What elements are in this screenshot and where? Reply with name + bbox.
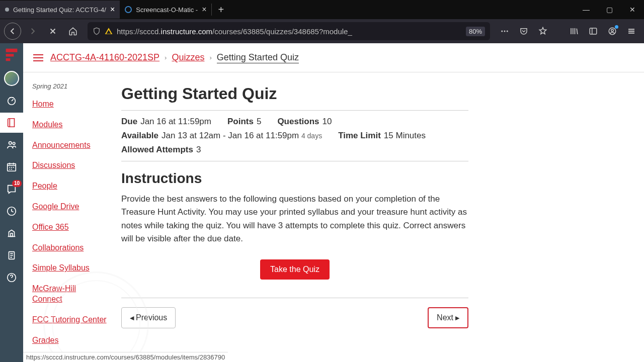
page-title: Getting Started Quiz (121, 84, 468, 103)
studio-nav[interactable] (0, 223, 23, 243)
nav-discussions[interactable]: Discussions (32, 160, 107, 171)
svg-point-1 (504, 31, 506, 32)
breadcrumb: ACCTG-4A-41160-2021SP › Quizzes › Gettin… (50, 52, 299, 63)
nav-collaborations[interactable]: Collaborations (32, 243, 107, 253)
tab-title: Getting Started Quiz: ACCTG-4/ (13, 6, 106, 14)
loading-icon (5, 8, 9, 12)
calendar-nav[interactable] (0, 157, 23, 177)
svg-rect-3 (590, 28, 597, 34)
account-nav[interactable] (0, 68, 23, 88)
svg-point-10 (9, 142, 12, 145)
meatball-menu-icon[interactable] (496, 23, 513, 40)
url-bar[interactable]: https://scccd.instructure.com/courses/63… (88, 22, 490, 40)
breadcrumb-current: Getting Started Quiz (217, 52, 299, 63)
svg-point-11 (13, 142, 15, 145)
nav-home[interactable]: Home (32, 99, 107, 110)
svg-rect-7 (6, 54, 14, 56)
sequence-nav: ◀Previous Next▶ (121, 298, 468, 328)
home-button[interactable] (64, 23, 82, 40)
maximize-button[interactable]: ▢ (598, 0, 621, 19)
forward-button[interactable] (24, 23, 41, 40)
term-label: Spring 2021 (32, 82, 107, 90)
institution-logo[interactable] (4, 47, 19, 62)
svg-point-5 (611, 29, 614, 32)
minimize-button[interactable]: — (575, 0, 598, 19)
warning-icon (105, 27, 113, 35)
status-bar: https://scccd.instructure.com/courses/63… (23, 352, 228, 362)
tab-bar: Getting Started Quiz: ACCTG-4/ × Screenc… (0, 0, 644, 19)
quiz-meta: DueJan 16 at 11:59pm Points5 Questions10… (121, 110, 468, 161)
svg-point-0 (501, 31, 503, 32)
help-nav[interactable] (0, 267, 23, 288)
body-row: Spring 2021 Home Modules Announcements D… (23, 72, 644, 362)
library-icon[interactable] (566, 23, 583, 40)
browser-tab[interactable]: Screencast-O-Matic - × (120, 1, 211, 19)
instructions-text: Provide the best answers to the followin… (121, 193, 468, 245)
next-button[interactable]: Next▶ (428, 307, 468, 328)
hamburger-icon[interactable] (33, 54, 43, 61)
chevron-right-icon: › (165, 54, 167, 61)
window-controls: — ▢ ✕ (575, 0, 644, 19)
course-nav: Spring 2021 Home Modules Announcements D… (23, 72, 116, 362)
zoom-badge[interactable]: 80% (466, 27, 485, 36)
breadcrumb-section[interactable]: Quizzes (172, 52, 204, 63)
canvas-app: 10 ACCTG-4A-41160-2021SP › Quizzes › Get… (0, 43, 644, 362)
inbox-badge: 10 (12, 180, 22, 187)
url-text: https://scccd.instructure.com/courses/63… (117, 27, 462, 36)
global-nav: 10 (0, 43, 23, 362)
menu-icon[interactable] (623, 23, 640, 40)
bookmark-star-icon[interactable] (534, 23, 551, 40)
avatar (4, 71, 19, 86)
top-bar: ACCTG-4A-41160-2021SP › Quizzes › Gettin… (23, 43, 644, 72)
chevron-right-icon: › (209, 54, 211, 61)
dashboard-nav[interactable] (0, 90, 23, 111)
nav-modules[interactable]: Modules (32, 120, 107, 130)
nav-bar: https://scccd.instructure.com/courses/63… (0, 19, 644, 43)
svg-rect-6 (6, 49, 18, 52)
back-button[interactable] (4, 23, 21, 40)
account-icon[interactable] (604, 23, 621, 40)
browser-tab-active[interactable]: Getting Started Quiz: ACCTG-4/ × (0, 1, 120, 19)
nav-office365[interactable]: Office 365 (32, 222, 107, 233)
new-tab-button[interactable]: + (212, 4, 230, 16)
nav-announcements[interactable]: Announcements (32, 140, 107, 151)
main-content: Getting Started Quiz DueJan 16 at 11:59p… (116, 72, 489, 362)
shield-icon (93, 27, 101, 35)
commons-nav[interactable] (0, 245, 23, 265)
triangle-right-icon: ▶ (455, 315, 459, 321)
tab-title: Screencast-O-Matic - (136, 6, 198, 14)
close-window-button[interactable]: ✕ (621, 0, 644, 19)
history-nav[interactable] (0, 201, 23, 221)
instructions-heading: Instructions (121, 170, 468, 187)
browser-chrome: Getting Started Quiz: ACCTG-4/ × Screenc… (0, 0, 644, 43)
pocket-icon[interactable] (515, 23, 532, 40)
svg-rect-14 (11, 233, 13, 236)
sidebar-icon[interactable] (585, 23, 602, 40)
close-icon[interactable]: × (110, 6, 115, 14)
groups-nav[interactable] (0, 135, 23, 155)
inbox-nav[interactable]: 10 (0, 179, 23, 199)
svg-rect-8 (6, 58, 11, 61)
stop-button[interactable] (44, 23, 61, 40)
courses-nav[interactable] (0, 113, 23, 133)
nav-google-drive[interactable]: Google Drive (32, 202, 107, 212)
close-icon[interactable]: × (202, 6, 206, 14)
nav-people[interactable]: People (32, 181, 107, 192)
svg-point-2 (507, 31, 508, 32)
favicon-icon (125, 6, 132, 13)
content-wrap: ACCTG-4A-41160-2021SP › Quizzes › Gettin… (23, 43, 644, 362)
take-quiz-button[interactable]: Take the Quiz (260, 259, 330, 280)
breadcrumb-course[interactable]: ACCTG-4A-41160-2021SP (50, 52, 159, 63)
